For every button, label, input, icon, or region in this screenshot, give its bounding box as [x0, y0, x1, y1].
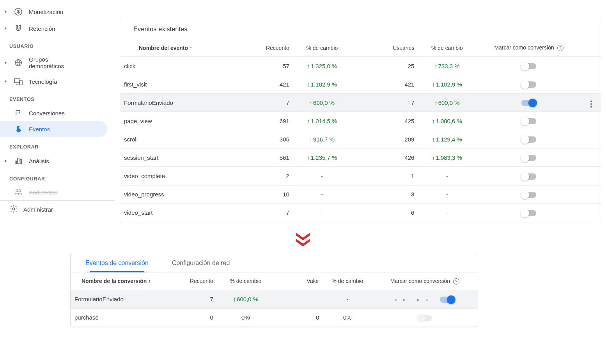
- svg-point-9: [12, 208, 15, 210]
- col-conv-value[interactable]: Valor: [274, 272, 323, 290]
- sidebar-item-administrar[interactable]: Administrar: [0, 201, 115, 218]
- conversion-toggle[interactable]: [521, 173, 536, 180]
- table-row[interactable]: purchase 0 0% 0 0%: [71, 308, 478, 327]
- conversions-card: Eventos de conversión Configuración de r…: [70, 253, 478, 327]
- event-users: 209: [351, 130, 418, 148]
- event-count: 7: [255, 94, 293, 112]
- conversion-toggle[interactable]: [521, 100, 536, 106]
- section-header-usuario: USUARIO: [0, 37, 115, 52]
- event-name: video_start: [120, 203, 255, 222]
- sidebar-item-label: Administrar: [23, 206, 53, 213]
- sidebar-item-audiencias[interactable]: Audiencias: [0, 185, 107, 200]
- table-row[interactable]: session_start 561 1.235,7 % 426 1.083,3 …: [120, 148, 601, 167]
- sort-ascending-icon: ↑: [190, 45, 192, 51]
- conversions-tabs: Eventos de conversión Configuración de r…: [71, 253, 478, 272]
- gear-icon: [9, 205, 18, 214]
- main: Eventos existentes Nombre del evento↑ Re…: [115, 0, 606, 222]
- table-row[interactable]: FormularioEnviado 7 600,0 % 7 600,0 %: [120, 94, 601, 112]
- conversion-toggle[interactable]: [521, 136, 536, 143]
- event-count: 691: [255, 112, 293, 130]
- change-up: 600,0 %: [233, 296, 259, 302]
- event-users: 6: [351, 203, 418, 222]
- sidebar-item-grupos-demograficos[interactable]: Grupos demográficos: [0, 52, 107, 73]
- event-users: 421: [351, 75, 418, 94]
- sidebar-item-tecnologia[interactable]: Tecnología: [0, 73, 107, 90]
- chevron-right-icon: [4, 61, 8, 65]
- sidebar-item-conversiones[interactable]: Conversiones: [0, 105, 107, 121]
- conversion-toggle[interactable]: [521, 155, 536, 161]
- change-up: 1.014,5 %: [307, 118, 337, 124]
- event-users: 426: [351, 148, 418, 167]
- event-name: click: [120, 57, 255, 75]
- conversion-toggle[interactable]: [521, 118, 536, 124]
- svg-point-7: [16, 190, 18, 192]
- col-conv-change2[interactable]: % de cambio: [323, 272, 372, 290]
- help-icon[interactable]: ?: [453, 278, 459, 284]
- col-conv-name[interactable]: Nombre de la conversión↑: [71, 272, 176, 290]
- conversion-value: 0: [274, 308, 323, 327]
- change-up: 1.080,6 %: [432, 118, 462, 124]
- sidebar-item-monetizacion[interactable]: Monetización: [0, 3, 107, 20]
- svg-rect-6: [20, 159, 22, 164]
- chevron-right-icon: [4, 159, 8, 163]
- event-users: 7: [351, 94, 418, 112]
- sort-ascending-icon: ↑: [148, 278, 151, 284]
- globe-icon: [13, 58, 23, 67]
- table-row[interactable]: scroll 305 916,7 % 209 1.129,4 %: [120, 130, 601, 148]
- conversion-toggle[interactable]: [440, 297, 455, 303]
- chevron-right-icon: [4, 80, 8, 83]
- event-name: first_visit: [120, 75, 255, 94]
- table-row[interactable]: first_visit 421 1.102,9 % 421 1.102,9 %: [120, 75, 601, 94]
- events-card: Eventos existentes Nombre del evento↑ Re…: [120, 18, 601, 222]
- table-row[interactable]: FormularioEnviado 7 600,0 % - ▹ ▹▹ ▹: [71, 290, 478, 308]
- tab-eventos-conversion[interactable]: Eventos de conversión: [85, 260, 149, 272]
- sidebar: Monetización Retención USUARIO Grupos de…: [0, 0, 115, 222]
- table-row[interactable]: video_complete 2 - 1 -: [120, 167, 601, 185]
- sidebar-item-label: Conversiones: [29, 110, 65, 117]
- conversion-count: 7: [176, 290, 217, 308]
- tab-configuracion-red[interactable]: Configuración de red: [172, 260, 230, 272]
- col-conv-change1[interactable]: % de cambio: [217, 272, 274, 290]
- sidebar-item-eventos[interactable]: Eventos: [0, 121, 107, 137]
- svg-rect-4: [15, 161, 17, 164]
- col-change1[interactable]: % de cambio: [293, 39, 351, 57]
- event-count: 305: [255, 130, 293, 148]
- table-row[interactable]: click 57 1.325,0 % 25 733,3 %: [120, 57, 601, 75]
- chevron-right-icon: [4, 27, 8, 30]
- no-change: -: [446, 209, 448, 216]
- col-change2[interactable]: % de cambio: [418, 39, 476, 57]
- event-name: video_complete: [120, 167, 255, 185]
- magnet-icon: [13, 24, 23, 33]
- conversion-toggle[interactable]: [521, 81, 536, 88]
- col-name[interactable]: Nombre del evento↑: [120, 39, 255, 57]
- no-change: -: [346, 296, 348, 302]
- svg-rect-2: [14, 79, 20, 83]
- more-icon[interactable]: [590, 103, 592, 105]
- change-flat: 0%: [343, 314, 352, 321]
- section-header-eventos: EVENTOS: [0, 90, 115, 105]
- conversion-toggle[interactable]: [521, 192, 536, 198]
- event-count: 10: [255, 185, 293, 203]
- table-row[interactable]: video_start 7 - 6 -: [120, 203, 601, 222]
- help-icon[interactable]: ?: [557, 45, 563, 51]
- table-row[interactable]: video_progress 10 - 3 -: [120, 185, 601, 203]
- col-conv-conversion: Marcar como conversión ?: [372, 272, 478, 290]
- col-users[interactable]: Usuarios: [351, 39, 418, 57]
- no-change: -: [321, 191, 323, 198]
- change-up: 916,7 %: [310, 136, 335, 143]
- flag-icon: [13, 109, 23, 117]
- table-row[interactable]: page_view 691 1.014,5 % 425 1.080,6 %: [120, 112, 601, 130]
- sidebar-item-label: Audiencias: [29, 189, 57, 196]
- sidebar-item-retencion[interactable]: Retención: [0, 20, 107, 37]
- conversion-toggle[interactable]: [521, 63, 536, 69]
- change-up: 733,3 %: [434, 63, 460, 69]
- col-conv-count[interactable]: Recuento: [176, 272, 217, 290]
- touch-icon: [13, 125, 23, 133]
- change-up: 1.102,9 %: [432, 81, 462, 88]
- col-count[interactable]: Recuento: [255, 39, 293, 57]
- conversion-toggle[interactable]: [521, 210, 536, 216]
- chart-icon: [13, 157, 23, 165]
- section-header-configurar: CONFIGURAR: [0, 169, 115, 185]
- sidebar-item-analisis[interactable]: Análisis: [0, 153, 107, 169]
- conversions-table: Nombre de la conversión↑ Recuento % de c…: [71, 272, 478, 327]
